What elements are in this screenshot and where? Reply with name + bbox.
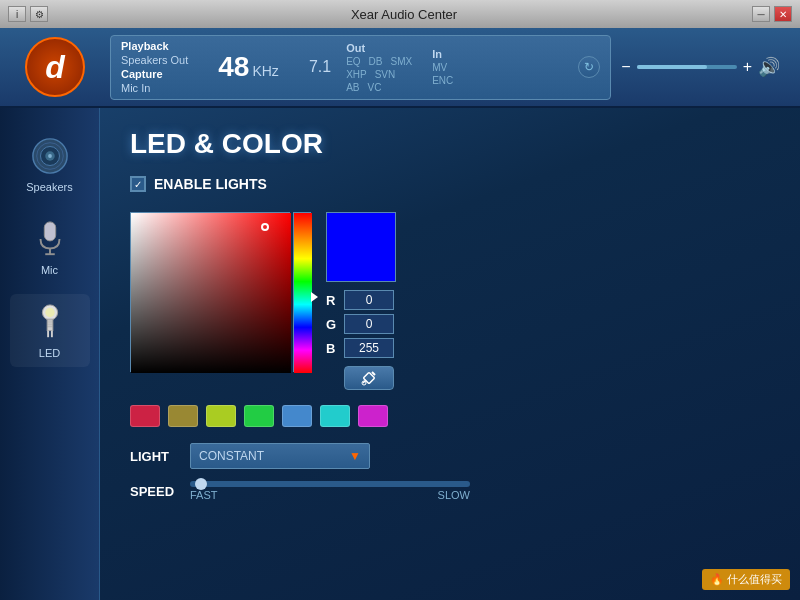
dropdown-arrow-icon: ▼ — [349, 449, 361, 463]
g-row: G — [326, 314, 396, 334]
r-input[interactable] — [344, 290, 394, 310]
minimize-button[interactable]: ─ — [752, 6, 770, 22]
smx-mode[interactable]: SMX — [390, 56, 412, 67]
out-label: Out — [346, 42, 412, 54]
in-row2: ENC — [432, 75, 453, 86]
mic-in-label: Mic In — [121, 82, 188, 94]
mic-label: Mic — [41, 264, 58, 276]
speed-track[interactable] — [190, 481, 470, 487]
out-row2: XHP SVN — [346, 69, 412, 80]
in-modes: In MV ENC — [432, 48, 453, 86]
info-button[interactable]: i — [8, 6, 26, 22]
logo-letter: d — [45, 49, 65, 86]
sidebar: Speakers Mic — [0, 108, 100, 600]
device-labels: Playback Speakers Out Capture Mic In — [121, 40, 188, 94]
logo-area: d — [10, 35, 100, 100]
watermark: 🔥 什么值得买 — [702, 569, 790, 590]
channels-display: 7.1 — [309, 58, 331, 76]
speed-control: FAST SLOW — [190, 481, 470, 501]
preset-colors — [130, 405, 770, 427]
playback-label: Playback — [121, 40, 188, 52]
header-bar: d Playback Speakers Out Capture Mic In 4… — [0, 28, 800, 108]
logo: d — [25, 37, 85, 97]
enable-lights-label: ENABLE LIGHTS — [154, 176, 267, 192]
sidebar-item-mic[interactable]: Mic — [10, 211, 90, 284]
sidebar-item-led[interactable]: LED — [10, 294, 90, 367]
light-mode-value: CONSTANT — [199, 449, 264, 463]
preset-swatch-1[interactable] — [168, 405, 198, 427]
settings-button[interactable]: ⚙ — [30, 6, 48, 22]
led-label: LED — [39, 347, 60, 359]
r-row: R — [326, 290, 396, 310]
volume-slider[interactable] — [637, 65, 737, 69]
enable-lights-checkbox[interactable]: ✓ — [130, 176, 146, 192]
section-title: LED & COLOR — [130, 128, 770, 160]
vc-mode[interactable]: VC — [367, 82, 381, 93]
eyedropper-button[interactable] — [344, 366, 394, 390]
preset-swatch-5[interactable] — [320, 405, 350, 427]
watermark-text: 🔥 — [710, 573, 727, 585]
refresh-button[interactable]: ↻ — [578, 56, 600, 78]
b-row: B — [326, 338, 396, 358]
ab-mode[interactable]: AB — [346, 82, 359, 93]
out-row3: AB VC — [346, 82, 412, 93]
volume-plus-button[interactable]: + — [743, 58, 752, 76]
led-icon — [30, 302, 70, 342]
color-gradient-picker[interactable] — [130, 212, 290, 372]
speed-labels: FAST SLOW — [190, 489, 470, 501]
mv-mode[interactable]: MV — [432, 62, 447, 73]
out-row1: EQ DB SMX — [346, 56, 412, 67]
speakers-out-label: Speakers Out — [121, 54, 188, 66]
app-container: d Playback Speakers Out Capture Mic In 4… — [0, 28, 800, 600]
eq-mode[interactable]: EQ — [346, 56, 360, 67]
frequency-display: 48 KHz — [218, 51, 279, 83]
light-row: LIGHT CONSTANT ▼ — [130, 443, 770, 469]
hue-slider[interactable] — [293, 212, 311, 372]
b-label: B — [326, 341, 338, 356]
light-label: LIGHT — [130, 449, 180, 464]
out-modes: Out EQ DB SMX XHP SVN AB VC — [346, 42, 412, 93]
speakers-icon — [30, 136, 70, 176]
content-panel: LED & COLOR ✓ ENABLE LIGHTS — [100, 108, 800, 600]
g-input[interactable] — [344, 314, 394, 334]
frequency-value: 48 — [218, 51, 249, 83]
color-preview — [326, 212, 396, 282]
volume-area: − + 🔊 — [621, 56, 790, 78]
device-info: Playback Speakers Out Capture Mic In 48 … — [110, 35, 611, 100]
in-label: In — [432, 48, 453, 60]
speed-slow-label: SLOW — [438, 489, 470, 501]
preset-swatch-4[interactable] — [282, 405, 312, 427]
title-bar: i ⚙ Xear Audio Center ─ ✕ — [0, 0, 800, 28]
r-label: R — [326, 293, 338, 308]
close-button[interactable]: ✕ — [774, 6, 792, 22]
svg-rect-5 — [44, 222, 55, 241]
title-bar-icons: i ⚙ — [8, 6, 48, 22]
preset-swatch-2[interactable] — [206, 405, 236, 427]
color-right: R G B — [326, 212, 396, 390]
speakers-label: Speakers — [26, 181, 72, 193]
frequency-unit: KHz — [252, 63, 278, 79]
volume-minus-button[interactable]: − — [621, 58, 630, 76]
sidebar-item-speakers[interactable]: Speakers — [10, 128, 90, 201]
svg-point-9 — [45, 308, 55, 318]
mic-icon — [30, 219, 70, 259]
b-input[interactable] — [344, 338, 394, 358]
preset-swatch-0[interactable] — [130, 405, 160, 427]
speed-thumb[interactable] — [195, 478, 207, 490]
xhp-mode[interactable]: XHP — [346, 69, 367, 80]
db-mode[interactable]: DB — [369, 56, 383, 67]
eyedropper-icon — [360, 369, 378, 387]
preset-swatch-6[interactable] — [358, 405, 388, 427]
main-content: Speakers Mic — [0, 108, 800, 600]
light-mode-dropdown[interactable]: CONSTANT ▼ — [190, 443, 370, 469]
speed-label: SPEED — [130, 484, 180, 499]
capture-label: Capture — [121, 68, 188, 80]
svn-mode[interactable]: SVN — [375, 69, 396, 80]
in-row1: MV — [432, 62, 453, 73]
hue-arrow — [311, 292, 318, 302]
preset-swatch-3[interactable] — [244, 405, 274, 427]
g-label: G — [326, 317, 338, 332]
enc-mode[interactable]: ENC — [432, 75, 453, 86]
enable-row: ✓ ENABLE LIGHTS — [130, 176, 770, 192]
title-bar-title: Xear Audio Center — [56, 7, 752, 22]
